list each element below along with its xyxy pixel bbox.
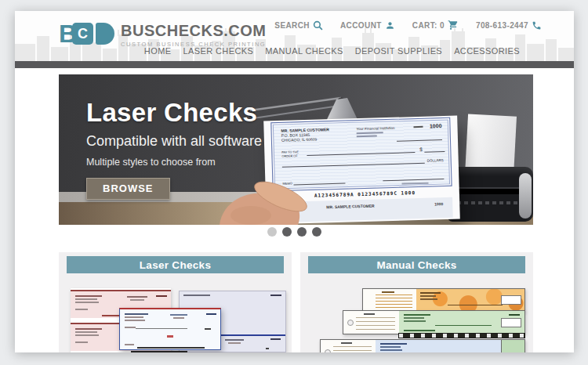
green-manual-check xyxy=(343,310,525,334)
account-icon xyxy=(385,20,395,31)
blue-manual-check xyxy=(320,339,525,352)
main-nav: HOME LASER CHECKS MANUAL CHECKS DEPOSIT … xyxy=(144,46,520,56)
logo-letter-c: C xyxy=(72,23,93,45)
check-pay-label-2: ORDER OF xyxy=(281,154,299,158)
search-icon xyxy=(313,20,323,31)
utility-bar: SEARCH ACCOUNT CART: 0 xyxy=(274,20,542,31)
check-bank-name: Your Financial Institution xyxy=(356,126,394,131)
nav-laser-checks[interactable]: LASER CHECKS xyxy=(183,46,253,56)
nav-deposit-supplies[interactable]: DEPOSIT SUPPLIES xyxy=(355,46,442,56)
carousel-dot-3[interactable] xyxy=(297,227,307,237)
manual-checks-card-title[interactable]: Manual Checks xyxy=(308,256,525,273)
search-label: SEARCH xyxy=(274,21,310,30)
hero-title: Laser Checks xyxy=(86,98,262,128)
check-payer-addr2: CHICAGO, IL 60609 xyxy=(281,136,329,143)
phone-number: 708-613-2447 xyxy=(476,21,528,30)
nav-home[interactable]: HOME xyxy=(144,46,172,56)
screenshot-canvas: B C BUSCHECKS.COM CUSTOM BUSINESS CHECK … xyxy=(0,0,588,365)
check-number: 1000 xyxy=(430,123,442,128)
hero-copy: Laser Checks Compatible with all softwar… xyxy=(86,98,262,200)
check-currency-sign: $ xyxy=(419,146,423,152)
manual-checks-card[interactable]: Manual Checks xyxy=(300,252,533,352)
nav-accessories[interactable]: ACCESSORIES xyxy=(454,46,520,56)
logo-text: BUSCHECKS.COM CUSTOM BUSINESS CHECK PRIN… xyxy=(121,20,266,48)
logo-blob-shape xyxy=(96,23,114,45)
micr-marks xyxy=(131,351,187,352)
site-name: BUSCHECKS.COM xyxy=(121,22,266,40)
nav-manual-checks[interactable]: MANUAL CHECKS xyxy=(265,46,343,56)
check-dollars-label: DOLLARS xyxy=(427,158,444,163)
laser-checks-card[interactable]: Laser Checks xyxy=(59,252,292,352)
phone-link[interactable]: 708-613-2447 xyxy=(476,20,542,31)
stub-number: 1000 xyxy=(434,201,443,206)
phone-icon xyxy=(532,20,542,31)
cart-link[interactable]: CART: 0 xyxy=(412,20,459,31)
header-divider-bar xyxy=(15,61,574,68)
printer-body xyxy=(448,167,533,222)
carousel-dot-1[interactable] xyxy=(267,227,277,237)
cart-label: CART: 0 xyxy=(412,21,445,30)
search-link[interactable]: SEARCH xyxy=(274,20,323,31)
blue-check xyxy=(119,308,221,350)
laser-checks-card-title[interactable]: Laser Checks xyxy=(67,256,284,273)
site-logo[interactable]: B C BUSCHECKS.COM CUSTOM BUSINESS CHECK … xyxy=(59,20,267,48)
account-link[interactable]: ACCOUNT xyxy=(340,20,395,31)
hero-banner: MR. SAMPLE CUSTOMER P.O. BOX 12345 CHICA… xyxy=(59,74,533,225)
account-label: ACCOUNT xyxy=(340,21,382,30)
carousel-dots xyxy=(15,227,574,237)
manual-checks-image xyxy=(300,273,533,352)
webpage: B C BUSCHECKS.COM CUSTOM BUSINESS CHECK … xyxy=(15,11,574,352)
laser-checks-image xyxy=(59,273,292,352)
carousel-dot-4[interactable] xyxy=(312,227,321,237)
cart-icon xyxy=(448,20,459,31)
hero-subtitle: Compatible with all software xyxy=(86,133,262,150)
site-header: B C BUSCHECKS.COM CUSTOM BUSINESS CHECK … xyxy=(15,11,574,61)
green-check-binding xyxy=(398,333,525,338)
browse-button[interactable]: BROWSE xyxy=(86,178,170,200)
carousel-dot-2[interactable] xyxy=(282,227,292,237)
logo-mark: B C xyxy=(59,20,114,47)
hero-subtitle-2: Multiple styles to choose from xyxy=(86,157,262,168)
orange-manual-check xyxy=(362,288,525,312)
